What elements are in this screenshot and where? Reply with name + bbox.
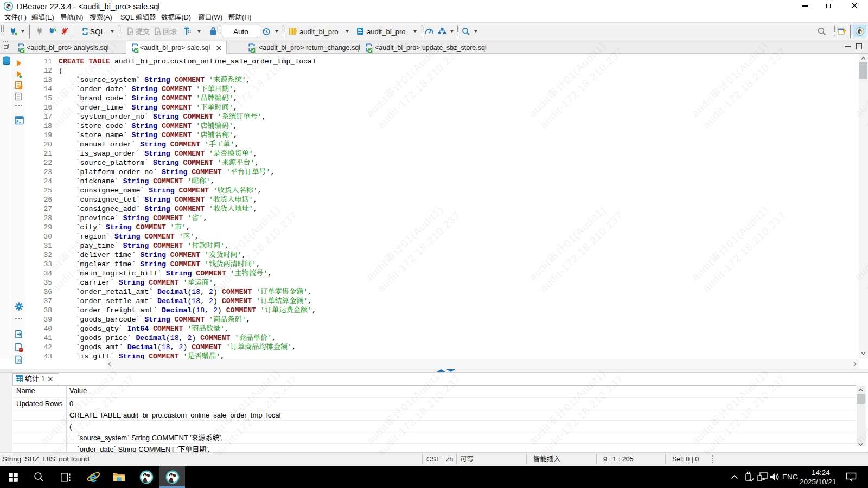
svg-text:e: e [90, 470, 97, 484]
